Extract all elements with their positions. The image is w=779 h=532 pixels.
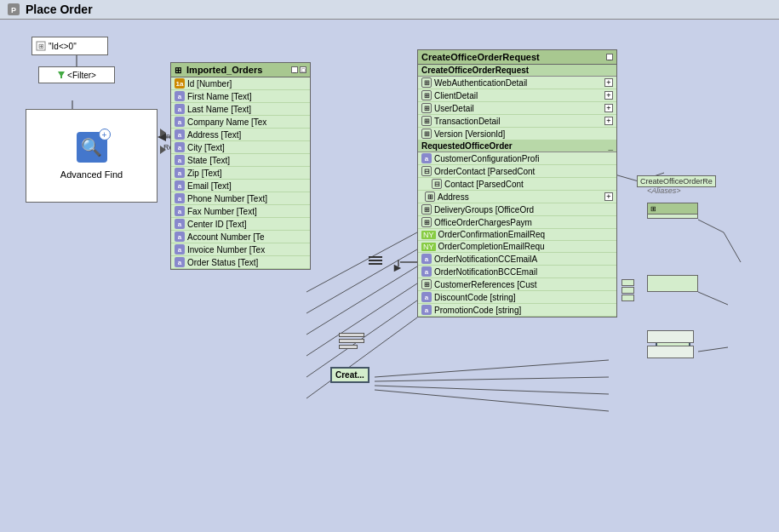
- b-icon-11: a: [175, 219, 185, 229]
- expand-icon-1: ⊞: [421, 77, 432, 88]
- field-contact: ⊟ Contact [ParsedCont: [418, 178, 616, 191]
- advanced-find-label: Advanced Find: [60, 169, 123, 180]
- field-web-auth: ⊞ WebAuthenticationDetail +: [418, 77, 616, 89]
- svg-line-16: [375, 386, 609, 394]
- field-order-notify-cc: a OrderNotificationCCEmailA: [418, 253, 616, 266]
- b-icon-c3: a: [421, 266, 432, 277]
- svg-line-7: [306, 249, 417, 313]
- requested-header: RequestedOfficeOrder _: [418, 140, 616, 152]
- title-bar: P Place Order: [0, 0, 779, 20]
- plus-btn-1[interactable]: +: [604, 78, 613, 87]
- arrow-indicator: ►: [392, 260, 404, 274]
- create-sub-header: CreateOfficeOrderRequest: [418, 65, 616, 77]
- svg-line-14: [375, 360, 609, 377]
- field-order-status: a Order Status [Text]: [171, 256, 310, 269]
- svg-line-21: [698, 347, 728, 352]
- field-invoice-number: a Invoice Number [Tex: [171, 243, 310, 256]
- key-icon: 1a: [175, 78, 185, 89]
- field-city: a City [Text]: [171, 141, 310, 154]
- mini-box-2: [647, 275, 698, 292]
- plus-btn-3[interactable]: +: [604, 104, 613, 112]
- create-alias-text: CreateOfficeOrderRe: [640, 177, 713, 186]
- field-order-notify-bcc: a OrderNotificationBCCEmail: [418, 266, 616, 278]
- svg-line-8: [306, 266, 417, 335]
- field-fax-number: a Fax Number [Text]: [171, 205, 310, 218]
- b-icon-1: a: [175, 91, 185, 101]
- field-client-detail: ⊞ ClientDetail +: [418, 89, 616, 102]
- expand-icon-9: ⊞: [421, 204, 432, 215]
- aliases-label: <Aliases>: [647, 186, 681, 195]
- plus-btn-2[interactable]: +: [604, 91, 613, 100]
- arrow-right-1: [160, 129, 166, 137]
- b-icon-7: a: [175, 168, 185, 178]
- aliases-text: <Aliases>: [647, 186, 681, 195]
- creat-box-1[interactable]: Creat...: [330, 367, 369, 383]
- expand-icon-10: ⊞: [421, 217, 432, 227]
- b-icon-5: a: [175, 142, 185, 152]
- advanced-find-box[interactable]: 🔍 Advanced Find: [26, 109, 158, 203]
- field-address: a Address [Text]: [171, 129, 310, 141]
- field-id: 1a Id [Number]: [171, 77, 310, 90]
- b-icon-13: a: [175, 244, 185, 255]
- expand-icon-11: ⊞: [421, 279, 432, 289]
- b-icon-9: a: [175, 193, 185, 203]
- creat-label-1: Creat...: [335, 370, 364, 380]
- advanced-find-icon: 🔍: [77, 132, 107, 163]
- b-icon-4: a: [175, 129, 185, 140]
- minimize-btn-2[interactable]: _: [606, 54, 613, 60]
- mini-content-1: [648, 215, 697, 218]
- stacked-boxes: [621, 279, 634, 302]
- maximize-btn[interactable]: □: [300, 66, 306, 73]
- create-sub-title: CreateOfficeOrderRequest: [421, 66, 529, 75]
- svg-line-15: [375, 377, 609, 381]
- id-box-label: "Id<>0": [49, 42, 77, 51]
- minimize-btn[interactable]: _: [291, 66, 298, 73]
- small-rect-2: [647, 346, 694, 358]
- svg-line-20: [698, 292, 728, 305]
- db-icon: ⊞: [175, 66, 181, 75]
- field-transaction-detail: ⊞ TransactionDetail +: [418, 115, 616, 128]
- b-icon-6: a: [175, 155, 185, 165]
- field-state: a State [Text]: [171, 154, 310, 167]
- window-controls[interactable]: _ □: [291, 66, 306, 73]
- svg-line-17: [375, 390, 609, 411]
- b-icon-10: a: [175, 206, 185, 216]
- expand-icon-8: ⊞: [425, 192, 435, 202]
- window-controls-2[interactable]: _: [606, 54, 613, 60]
- plus-btn-4[interactable]: +: [604, 117, 613, 125]
- plus-btn-5[interactable]: +: [604, 192, 613, 201]
- field-address-coor: ⊞ Address +: [418, 191, 616, 203]
- field-delivery-groups: ⊞ DeliveryGroups [OfficeOrd: [418, 203, 616, 216]
- field-phone-number: a Phone Number [Text]: [171, 192, 310, 205]
- arrow-right-2: [160, 146, 166, 154]
- expand-icon-3: ⊞: [421, 103, 432, 113]
- field-customer-refs: ⊞ CustomerReferences [Cust: [418, 278, 616, 291]
- requested-ctrl[interactable]: _: [608, 141, 613, 151]
- b-icon-2: a: [175, 104, 185, 114]
- expand-icon-4: ⊞: [421, 116, 432, 126]
- mini-box-1: ⊞: [647, 203, 698, 219]
- field-promo-code: a PromotionCode [string]: [418, 304, 616, 317]
- field-version: ⊞ Version [VersionId]: [418, 128, 616, 140]
- create-office-order-title: CreateOfficeOrderRequest: [421, 52, 540, 62]
- create-office-order-box: CreateOfficeOrderRequest _ CreateOfficeO…: [417, 49, 617, 317]
- mini-header-1: ⊞: [648, 203, 697, 215]
- ny-badge-1: NY: [421, 231, 436, 239]
- field-email: a Email [Text]: [171, 180, 310, 192]
- svg-text:⊞: ⊞: [38, 43, 44, 50]
- expand-icon-5: ⊞: [421, 129, 432, 139]
- b-icon-c2: a: [421, 254, 432, 264]
- b-icon-14: a: [175, 257, 185, 267]
- svg-line-19: [724, 232, 741, 262]
- b-icon-8: a: [175, 180, 185, 191]
- mini-title-1: ⊞: [650, 205, 656, 213]
- field-company-name: a Company Name [Tex: [171, 116, 310, 129]
- mini-content-2: [648, 276, 697, 279]
- svg-marker-26: [58, 72, 65, 78]
- filter-label: <Filter>: [67, 71, 96, 80]
- hamburger-icon: [369, 256, 382, 265]
- imported-orders-header: ⊞ Imported_Orders _ □: [171, 63, 310, 77]
- field-order-confirm-email: NY OrderConfirmationEmailReq: [418, 229, 616, 241]
- create-office-order-header: CreateOfficeOrderRequest _: [418, 50, 616, 65]
- title-icon: P: [7, 3, 20, 16]
